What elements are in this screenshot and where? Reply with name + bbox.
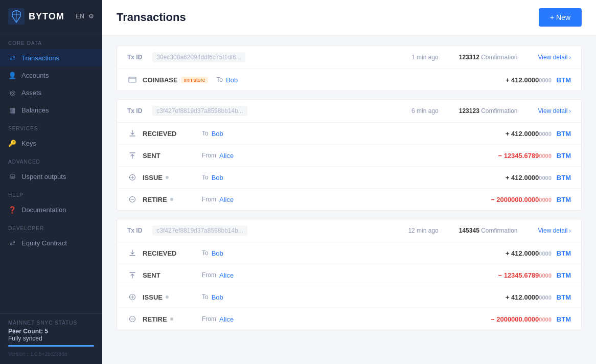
recieved-icon [127, 248, 137, 258]
tx-type-label: ISSUE [143, 174, 194, 181]
sidebar-item-assets[interactable]: ◎Assets [0, 84, 102, 101]
tx-card-0: Tx ID 30ec308a62094ddf6c75f1df6... 1 min… [117, 46, 582, 91]
sync-label: MAINNET SNYC STATUS [8, 320, 94, 326]
sidebar-item-keys[interactable]: 🔑Keys [0, 134, 102, 152]
amount-dec: 0000 [539, 197, 551, 203]
amount-dec: 0000 [539, 153, 551, 159]
amount-int: 412.0000 [510, 130, 539, 138]
amount-dec: 0000 [539, 294, 551, 301]
amount-value: − 2000000.00000000 [491, 196, 552, 203]
tx-row-1-3: RETIRE From Alice − 2000000.00000000 BTM [117, 189, 581, 210]
address-link[interactable]: Alice [219, 196, 234, 203]
tx-amount: − 2000000.00000000 BTM [491, 315, 571, 323]
coinbase-icon [127, 75, 137, 85]
amount-value: + 412.00000000 [506, 76, 552, 84]
tx-row-2-0: RECIEVED To Bob + 412.00000000 BTM [117, 242, 581, 264]
direction-label: To [202, 249, 209, 257]
tx-id-label: Tx ID [127, 54, 142, 61]
currency-label: BTM [557, 152, 571, 160]
sync-status: Fully synced [8, 335, 94, 342]
address-link[interactable]: Bob [226, 76, 238, 84]
sidebar-item-unspent-outputs[interactable]: ⛁Uspent outputs [0, 168, 102, 185]
sidebar-item-accounts[interactable]: 👤Accounts [0, 66, 102, 84]
address-link[interactable]: Bob [212, 130, 223, 138]
amount-int: 412.0000 [510, 249, 539, 257]
tx-type-label: RECIEVED [143, 249, 194, 257]
lang-selector[interactable]: EN [76, 13, 84, 20]
sidebar-item-equity-contract[interactable]: ⇄Equity Contract [0, 234, 102, 252]
sidebar-item-label-keys: Keys [21, 140, 36, 147]
new-button[interactable]: + New [539, 8, 582, 27]
tx-type-label: SENT [143, 271, 194, 279]
address-link[interactable]: Bob [212, 249, 223, 257]
amount-int: 2000000.0000 [495, 315, 539, 323]
issue-icon [127, 292, 137, 302]
sent-icon [127, 150, 137, 161]
tx-row-1-0: RECIEVED To Bob + 412.00000000 BTM [117, 123, 581, 145]
settings-icon[interactable]: ⚙ [88, 13, 94, 20]
amount-value: − 2000000.00000000 [491, 315, 552, 323]
amount-dec: 0000 [539, 77, 551, 83]
status-dot [170, 317, 173, 321]
retire-icon [127, 194, 137, 204]
status-dot [166, 295, 169, 299]
amount-dec: 0000 [539, 251, 551, 257]
direction-label: To [202, 293, 209, 301]
assets-icon: ◎ [8, 88, 16, 97]
logo-text: BYTOM [29, 11, 64, 22]
amount-dec: 0000 [539, 131, 551, 137]
tx-time: 1 min ago [411, 54, 439, 61]
main-content: Transactions + New Tx ID 30ec308a62094dd… [102, 0, 596, 364]
view-detail-link[interactable]: View detail › [538, 54, 571, 61]
sidebar-bottom: MAINNET SNYC STATUS Peer Count: 5 Fully … [0, 313, 102, 364]
chevron-right-icon: › [569, 228, 571, 234]
address-link[interactable]: Alice [219, 152, 234, 160]
svg-rect-1 [129, 77, 136, 82]
tx-amount: − 12345.67890000 BTM [498, 271, 571, 279]
sync-bar-fill [8, 345, 94, 347]
tx-amount: + 412.00000000 BTM [506, 249, 571, 257]
address-link[interactable]: Alice [219, 271, 234, 279]
tx-amount: + 412.00000000 BTM [506, 174, 571, 181]
tx-row-2-1: SENT From Alice − 12345.67890000 BTM [117, 264, 581, 286]
amount-int: 412.0000 [510, 174, 539, 181]
transactions-icon: ⇄ [8, 54, 16, 62]
sidebar-item-transactions[interactable]: ⇄Transactions [0, 49, 102, 66]
address-link[interactable]: Bob [212, 293, 223, 301]
tx-confirmations: 123312 Comfirmation [459, 54, 518, 61]
sidebar-section-label: DEVELOPER [0, 218, 102, 234]
amount-dec: 0000 [539, 272, 551, 279]
currency-label: BTM [557, 271, 571, 279]
tx-id-label: Tx ID [127, 227, 142, 234]
tx-type-label: RETIRE [143, 196, 194, 203]
tx-amount: − 12345.67890000 BTM [498, 152, 571, 160]
equity-contract-icon: ⇄ [8, 239, 16, 247]
tx-type-label: COINBASE immature [143, 76, 208, 84]
issue-icon [127, 172, 137, 183]
status-dot [170, 198, 173, 201]
tx-header-2: Tx ID c3f427ef8819d37a8598bb14b... 12 mi… [117, 219, 581, 242]
bytom-logo-icon [8, 8, 25, 25]
address-link[interactable]: Bob [212, 174, 223, 181]
tx-time: 6 min ago [411, 107, 439, 115]
amount-value: − 12345.67890000 [498, 271, 551, 279]
currency-label: BTM [557, 196, 571, 203]
sync-bar-background [8, 345, 94, 347]
view-detail-link[interactable]: View detail › [538, 227, 571, 234]
amount-int: 12345.6789 [502, 271, 539, 279]
address-link[interactable]: Alice [219, 315, 234, 323]
amount-dec: 0000 [539, 175, 551, 181]
tx-id-value: c3f427ef8819d37a8598bb14b... [152, 106, 247, 116]
sidebar-item-label-assets: Assets [21, 89, 41, 97]
balances-icon: ▦ [8, 106, 16, 114]
sidebar-item-balances[interactable]: ▦Balances [0, 101, 102, 119]
amount-value: − 12345.67890000 [498, 152, 551, 160]
tx-card-1: Tx ID c3f427ef8819d37a8598bb14b... 6 min… [117, 99, 582, 211]
topbar: Transactions + New [102, 0, 596, 35]
sidebar-item-label-accounts: Accounts [21, 72, 49, 79]
sidebar: BYTOM EN ⚙ CORE DATA⇄Transactions👤Accoun… [0, 0, 102, 364]
tx-confirm-num: 123123 [459, 107, 479, 115]
lang-gear-area: EN ⚙ [76, 13, 94, 20]
sidebar-item-documentation[interactable]: ❓Documentation [0, 201, 102, 218]
view-detail-link[interactable]: View detail › [538, 107, 571, 115]
